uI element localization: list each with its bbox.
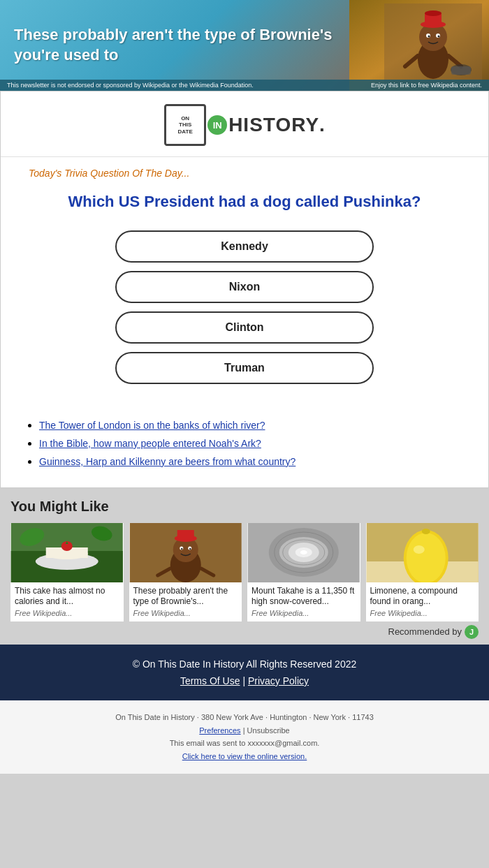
links-section: The Tower of London is on the banks of w… <box>1 419 488 487</box>
svg-point-46 <box>413 545 424 554</box>
logo-box: ON THIS DATE IN HISTORY . <box>164 104 325 146</box>
footer-prefs-row: Preferences | Unsubscribe <box>21 724 468 737</box>
link-noahs-ark[interactable]: In the Bible, how many people entered No… <box>39 438 261 449</box>
card-img-3 <box>247 523 360 582</box>
banner-text-area: These probably aren't the type of Browni… <box>0 11 349 79</box>
svg-rect-13 <box>451 66 471 75</box>
svg-point-8 <box>428 36 430 38</box>
calendar-line2: THIS <box>179 122 191 128</box>
online-version-link[interactable]: Click here to view the online version. <box>182 752 307 760</box>
svg-point-5 <box>425 10 441 16</box>
logo-history-dot: . <box>319 114 325 136</box>
card-source-4: Free Wikipedia... <box>366 608 479 621</box>
logo-in-badge: IN <box>207 115 227 135</box>
svg-point-39 <box>300 550 307 554</box>
footer-separator: | <box>242 675 245 686</box>
card-source-3: Free Wikipedia... <box>247 608 360 621</box>
recommended-by-text: Recommended by <box>388 626 462 637</box>
brownie-character-icon <box>384 3 482 87</box>
preferences-link[interactable]: Preferences <box>199 726 240 735</box>
footer-copyright: © On This Date In History All Rights Res… <box>14 659 475 670</box>
card-item-2[interactable]: These probably aren't the type of Browni… <box>129 523 242 621</box>
footer-light: On This Date in History · 380 New York A… <box>0 700 489 774</box>
list-item: In the Bible, how many people entered No… <box>39 437 467 450</box>
card-img-4 <box>366 523 479 582</box>
cards-row: This cake has almost no calories and it.… <box>10 523 479 621</box>
quiz-option-truman[interactable]: Truman <box>115 352 374 384</box>
recommended-badge: J <box>465 625 479 639</box>
list-item: Guinness, Harp and Kilkenny are beers fr… <box>39 455 467 468</box>
recommended-bar: Recommended by J <box>0 621 489 645</box>
banner-disclaimer: This newsletter is not endorsed or spons… <box>7 82 254 89</box>
card-img-svg-2 <box>129 523 242 582</box>
banner-title: These probably aren't the type of Browni… <box>14 25 335 65</box>
card-img-svg-3 <box>247 523 360 582</box>
unsubscribe-link: Unsubscribe <box>247 726 290 735</box>
card-img-2 <box>129 523 242 582</box>
link-guinness[interactable]: Guinness, Harp and Kilkenny are beers fr… <box>39 456 295 467</box>
calendar-line1: ON <box>181 115 189 122</box>
banner-enjoy: Enjoy this link to free Wikipedia conten… <box>371 82 482 89</box>
quiz-option-nixon[interactable]: Nixon <box>115 271 374 303</box>
card-item-3[interactable]: Mount Takahe is a 11,350 ft high snow-co… <box>247 523 360 621</box>
svg-point-30 <box>181 548 182 550</box>
footer-links: Terms Of Use | Privacy Policy <box>14 675 475 686</box>
main-card: ON THIS DATE IN HISTORY . Today's Trivia… <box>0 91 489 488</box>
quiz-question: Which US President had a dog called Push… <box>29 191 460 213</box>
logo-row: ON THIS DATE IN HISTORY . <box>1 91 488 157</box>
trivia-label: Today's Trivia Question Of The Day... <box>29 168 460 179</box>
card-img-svg-1 <box>10 523 124 582</box>
svg-point-9 <box>438 36 440 38</box>
logo-history-text: HISTORY <box>228 114 319 136</box>
card-text-2: These probably aren't the type of Browni… <box>129 582 242 608</box>
list-item: The Tower of London is on the banks of w… <box>39 419 467 432</box>
card-text-3: Mount Takahe is a 11,350 ft high snow-co… <box>247 582 360 608</box>
banner-bottom-bar: This newsletter is not endorsed or spons… <box>0 80 489 91</box>
footer-address: On This Date in History · 380 New York A… <box>21 711 468 724</box>
svg-point-45 <box>406 533 445 582</box>
quiz-option-clinton[interactable]: Clinton <box>115 311 374 344</box>
card-source-2: Free Wikipedia... <box>129 608 242 621</box>
banner: These probably aren't the type of Browni… <box>0 0 489 91</box>
quiz-option-kennedy[interactable]: Kennedy <box>115 230 374 263</box>
footer-online-version-row: Click here to view the online version. <box>21 750 468 763</box>
links-list: The Tower of London is on the banks of w… <box>22 419 467 468</box>
card-text-4: Limonene, a compound found in orang... <box>366 582 479 608</box>
you-might-like-title: You Might Like <box>10 499 479 515</box>
card-source-1: Free Wikipedia... <box>10 608 124 621</box>
svg-point-47 <box>421 529 430 534</box>
privacy-policy-link[interactable]: Privacy Policy <box>248 675 309 686</box>
link-tower-london[interactable]: The Tower of London is on the banks of w… <box>39 420 265 431</box>
card-text-1: This cake has almost no calories and it.… <box>10 582 124 608</box>
footer-dark: © On This Date In History All Rights Res… <box>0 645 489 700</box>
svg-rect-27 <box>177 530 194 540</box>
svg-point-31 <box>189 548 191 550</box>
quiz-section: Today's Trivia Question Of The Day... Wh… <box>1 157 488 419</box>
card-img-1 <box>10 523 124 582</box>
card-item-1[interactable]: This cake has almost no calories and it.… <box>10 523 124 621</box>
banner-image <box>349 0 489 91</box>
calendar-line3: DATE <box>178 128 193 135</box>
quiz-options: Kennedy Nixon Clinton Truman <box>29 230 460 384</box>
card-img-svg-4 <box>366 523 479 582</box>
you-might-like-section: You Might Like <box>0 488 489 621</box>
terms-of-use-link[interactable]: Terms Of Use <box>180 675 240 686</box>
card-item-4[interactable]: Limonene, a compound found in orang... F… <box>366 523 479 621</box>
logo-calendar: ON THIS DATE <box>164 104 206 146</box>
footer-email-notice: This email was sent to xxxxxxx@gmail.com… <box>21 737 468 750</box>
